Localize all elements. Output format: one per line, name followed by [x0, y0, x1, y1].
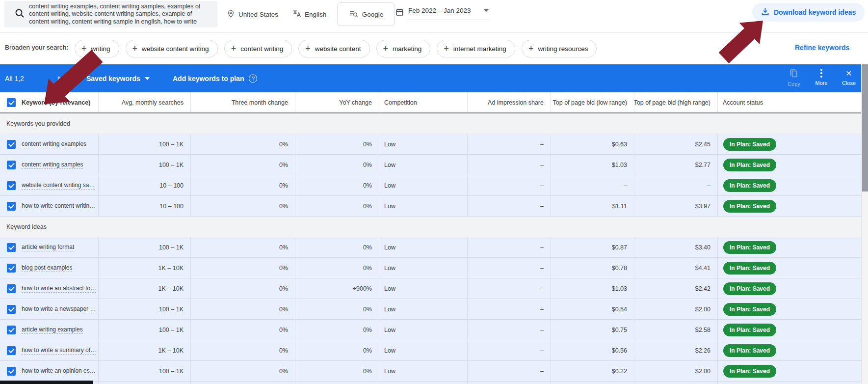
cell-three-month-change: 0%	[190, 237, 295, 257]
row-checkbox[interactable]	[7, 264, 16, 273]
cell-top-bid-high: $2.00	[634, 361, 717, 381]
keyword-text[interactable]: content writing samples	[22, 161, 83, 169]
column-header-keyword-by-relevance[interactable]: Keyword (by relevance)	[0, 92, 98, 112]
bottom-screenshot-artifact	[0, 381, 93, 384]
status-badge: In Plan: Saved	[723, 282, 776, 295]
selection-count-prefix: All 1,2	[5, 75, 24, 82]
copy-icon	[789, 68, 799, 79]
cell-competition: Low	[379, 278, 467, 299]
cell-avg-monthly-searches: 100 – 1K	[98, 237, 190, 257]
row-checkbox[interactable]	[7, 346, 16, 355]
scrollbar-thumb[interactable]	[862, 64, 868, 192]
download-label: Download keyword ideas	[774, 8, 856, 16]
row-checkbox[interactable]	[7, 140, 16, 149]
keywords-table: Keyword (by relevance)Avg. monthly searc…	[0, 92, 861, 384]
status-badge: In Plan: Saved	[723, 138, 776, 151]
keyword-text[interactable]: how to write a newspaper …	[22, 305, 96, 313]
select-all-checkbox[interactable]	[7, 98, 16, 107]
cell-keyword: how to write content writin…	[0, 196, 98, 216]
more-button[interactable]: More	[811, 68, 832, 86]
cell-avg-monthly-searches: 10 – 100	[98, 175, 190, 195]
row-checkbox[interactable]	[7, 181, 16, 190]
table-row: how to write a newspaper …100 – 1K0%0%Lo…	[0, 299, 861, 320]
row-checkbox[interactable]	[7, 202, 16, 211]
cell-avg-monthly-searches: 100 – 1K	[98, 320, 190, 340]
status-badge: In Plan: Saved	[723, 200, 776, 213]
refine-keywords-link[interactable]: Refine keywords	[795, 44, 849, 52]
keyword-text[interactable]: how to write an abstract fo…	[22, 285, 96, 293]
table-row: content writing samples100 – 1K0%0%Low–$…	[0, 155, 861, 175]
broaden-search-label: Broaden your search:	[5, 44, 68, 51]
cell-top-bid-high: $2.77	[634, 155, 717, 175]
cell-ad-impression-share: –	[467, 134, 551, 154]
keyword-text[interactable]: blog post examples	[22, 264, 72, 272]
row-checkbox[interactable]	[7, 367, 16, 376]
cell-ad-impression-share: –	[467, 361, 551, 381]
location-selector[interactable]: United States	[227, 0, 278, 28]
cell-three-month-change: 0%	[190, 299, 295, 319]
row-checkbox[interactable]	[7, 161, 16, 169]
keyword-text[interactable]: website content writing sa…	[22, 182, 95, 190]
broaden-chip-content-writing[interactable]: +content writing	[224, 40, 292, 57]
copy-button[interactable]: Copy	[783, 68, 805, 87]
table-row: article writing format100 – 1K0%0%Low–$0…	[0, 237, 861, 258]
cell-keyword: how to write a newspaper …	[0, 299, 98, 319]
help-circle-icon[interactable]	[249, 74, 257, 82]
row-checkbox[interactable]	[7, 305, 16, 314]
close-icon: ×	[846, 68, 852, 78]
cell-top-bid-high: $2.26	[634, 340, 717, 360]
saved-keywords-dropdown[interactable]: Saved keywords	[86, 75, 150, 82]
keyword-text[interactable]: how to write content writin…	[22, 202, 95, 210]
keyword-text[interactable]: article writing format	[22, 244, 74, 251]
broaden-chip-website-content-writing[interactable]: +website content writing	[126, 40, 218, 57]
column-header-yoy-change[interactable]: YoY change	[295, 92, 379, 112]
cell-competition: Low	[379, 134, 467, 154]
row-checkbox[interactable]	[7, 284, 16, 293]
broaden-chip-writing[interactable]: +writing	[75, 40, 119, 57]
cell-keyword: article writing examples	[0, 320, 98, 340]
row-checkbox[interactable]	[7, 326, 16, 334]
status-badge: In Plan: Saved	[723, 159, 776, 171]
column-header-avg-monthly-searches[interactable]: Avg. monthly searches	[98, 92, 190, 112]
cell-keyword: content writing samples	[0, 155, 98, 175]
column-header-three-month-change[interactable]: Three month change	[190, 92, 295, 112]
cell-three-month-change: 0%	[190, 155, 295, 175]
chip-label: content writing	[240, 45, 283, 53]
broaden-chip-marketing[interactable]: +marketing	[376, 40, 431, 57]
column-header-top-of-page-bid-high-range[interactable]: Top of page bid (high range)	[634, 92, 717, 112]
keyword-text[interactable]: how to write a summary of…	[22, 347, 96, 355]
cell-keyword: article writing format	[0, 237, 98, 257]
close-button[interactable]: × Close	[838, 68, 860, 86]
date-range-selector[interactable]: Feb 2022 – Jan 2023	[395, 5, 491, 25]
network-selector[interactable]: Google	[337, 2, 395, 26]
keyword-text[interactable]: article writing examples	[22, 326, 83, 334]
cell-yoy-change: 0%	[295, 299, 379, 319]
column-header-account-status[interactable]: Account status	[717, 92, 861, 112]
cell-top-bid-high: $3.40	[634, 237, 717, 257]
download-icon	[761, 7, 769, 17]
search-network-icon	[349, 9, 358, 20]
cell-yoy-change: 0%	[295, 361, 379, 381]
broaden-chip-writing-resources[interactable]: +writing resources	[522, 40, 597, 57]
cell-avg-monthly-searches: 1K – 10K	[98, 258, 190, 278]
download-keyword-ideas-link[interactable]: Download keyword ideas	[752, 3, 865, 22]
keyword-text[interactable]: how to write an opinion es…	[22, 367, 96, 375]
cell-avg-monthly-searches: 100 – 1K	[98, 155, 190, 175]
column-header-ad-impression-share[interactable]: Ad impression share	[467, 92, 551, 112]
broaden-chip-website-content[interactable]: +website content	[298, 40, 369, 57]
keywords-search-box[interactable]: content writing examples, content writin…	[4, 1, 217, 27]
cell-competition: Low	[379, 299, 467, 319]
keyword-text[interactable]: content writing examples	[22, 140, 86, 148]
row-checkbox[interactable]	[7, 243, 16, 252]
cell-top-bid-high: $2.58	[634, 320, 717, 340]
cell-account-status: In Plan: Saved	[717, 258, 861, 278]
status-badge: In Plan: Saved	[723, 365, 776, 378]
add-keywords-to-plan-button[interactable]: Add keywords to plan	[173, 74, 257, 82]
column-header-top-of-page-bid-low-range[interactable]: Top of page bid (low range)	[551, 92, 634, 112]
language-selector[interactable]: English	[292, 0, 326, 28]
cell-ad-impression-share: –	[467, 382, 551, 384]
broaden-chip-internet-marketing[interactable]: +internet marketing	[437, 40, 515, 57]
cell-competition: Low	[379, 382, 467, 384]
column-header-competition[interactable]: Competition	[379, 92, 467, 112]
cell-avg-monthly-searches: 100 – 1K	[98, 134, 190, 154]
